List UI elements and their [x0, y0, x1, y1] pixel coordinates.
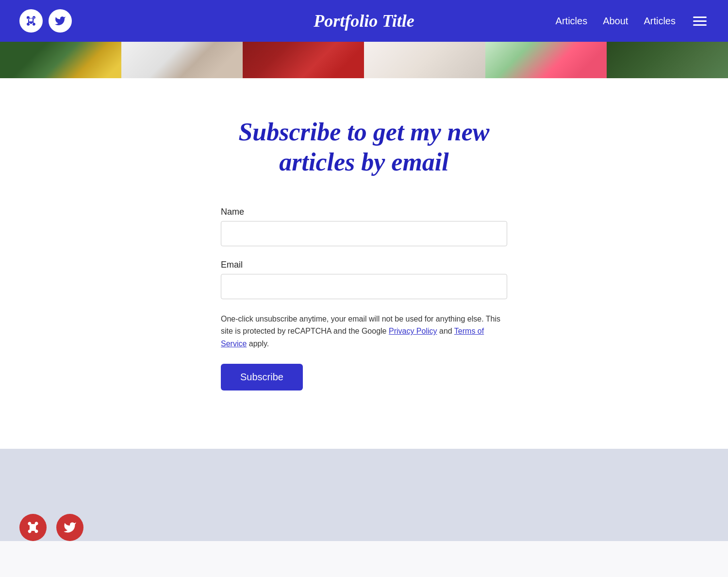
hero-strip: [0, 42, 728, 78]
hero-image-4: [364, 42, 485, 78]
hero-image-5: [485, 42, 607, 78]
name-input[interactable]: [221, 221, 507, 246]
main-content: Subscribe to get my new articles by emai…: [0, 78, 728, 449]
nav-about-link[interactable]: About: [603, 16, 628, 27]
email-label: Email: [221, 260, 507, 270]
hero-image-3: [243, 42, 364, 78]
subscribe-button[interactable]: Subscribe: [221, 364, 303, 390]
share-icon: [25, 15, 37, 27]
share-button[interactable]: [19, 9, 43, 33]
email-input[interactable]: [221, 274, 507, 299]
navbar: Portfolio Title Articles About Articles: [0, 0, 728, 42]
email-field-group: Email: [221, 260, 507, 299]
hamburger-line-1: [693, 17, 707, 18]
footer-content: [0, 514, 103, 541]
subscribe-form: Name Email One-click unsubscribe anytime…: [221, 207, 507, 390]
nav-articles-link-2[interactable]: Articles: [644, 16, 676, 27]
navbar-right: Articles About Articles: [556, 15, 709, 28]
footer-share-icon: [26, 521, 40, 534]
footer-twitter-icon: [63, 521, 77, 534]
name-field-group: Name: [221, 207, 507, 246]
footer-area: [0, 449, 728, 541]
disclaimer-text: One-click unsubscribe anytime, your emai…: [221, 313, 507, 350]
name-label: Name: [221, 207, 507, 217]
privacy-policy-link[interactable]: Privacy Policy: [389, 327, 437, 335]
footer-twitter-button[interactable]: [56, 514, 83, 541]
site-title: Portfolio Title: [314, 11, 414, 31]
hero-image-6: [607, 42, 728, 78]
hamburger-menu-button[interactable]: [691, 15, 709, 28]
nav-articles-link-1[interactable]: Articles: [556, 16, 588, 27]
hamburger-line-3: [693, 24, 707, 26]
twitter-button[interactable]: [49, 9, 72, 33]
twitter-icon: [54, 15, 66, 27]
navbar-left: [19, 9, 72, 33]
subscribe-heading: Subscribe to get my new articles by emai…: [199, 117, 529, 178]
hero-image-1: [0, 42, 121, 78]
hamburger-line-2: [693, 20, 707, 22]
hero-image-2: [121, 42, 243, 78]
footer-share-button[interactable]: [19, 514, 47, 541]
